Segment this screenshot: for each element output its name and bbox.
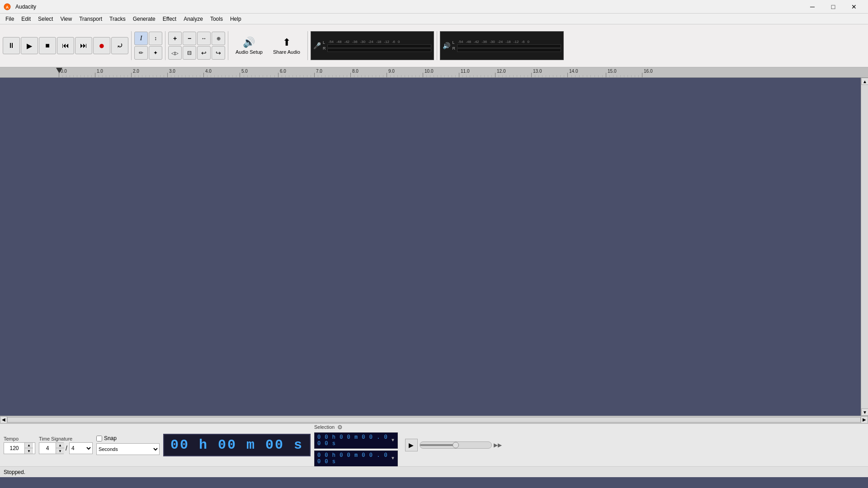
scroll-right-arrow[interactable]: ▶ — [861, 416, 868, 423]
bottom-controls: Tempo ▲ ▼ Time Signature ▲ — [0, 423, 868, 466]
close-button[interactable]: ✕ — [844, 0, 864, 14]
tempo-spinner[interactable]: ▲ ▼ — [4, 442, 35, 454]
ruler-tick-minor — [307, 75, 307, 77]
ruler-tick-minor — [583, 75, 583, 77]
ruler-tick-minor — [419, 75, 420, 77]
selection-gear-icon[interactable]: ⚙ — [337, 424, 343, 431]
menu-analyze[interactable]: Analyze — [180, 14, 207, 24]
timesig-denominator[interactable]: 4 8 16 — [69, 442, 93, 454]
menu-transport[interactable]: Transport — [75, 14, 106, 24]
share-audio-button[interactable]: ⬆ Share Audio — [269, 35, 305, 56]
ruler-tick-minor — [263, 75, 263, 77]
ruler-tick-minor — [296, 75, 297, 77]
speed-slider-track — [420, 441, 492, 449]
snap-label[interactable]: Snap — [104, 435, 117, 441]
timesig-num-down[interactable]: ▼ — [56, 448, 64, 454]
scroll-down-arrow[interactable]: ▼ — [861, 408, 868, 416]
zoom-out-button[interactable]: − — [183, 32, 196, 45]
selection-start-arrow[interactable]: ▼ — [392, 438, 395, 443]
maximize-button[interactable]: □ — [823, 0, 844, 14]
ruler-tick-minor — [617, 75, 617, 77]
ruler-tick-minor — [408, 75, 409, 77]
ruler-tick-minor — [470, 75, 470, 77]
scroll-left-arrow[interactable]: ◀ — [0, 416, 7, 423]
envelope-tool-button[interactable]: ↕ — [149, 32, 162, 45]
ruler-tick-minor — [587, 75, 587, 77]
menu-effect[interactable]: Effect — [159, 14, 180, 24]
ruler-tick-minor — [502, 75, 503, 77]
ruler-tick-minor — [579, 75, 580, 77]
ruler-label: 7.0 — [316, 69, 322, 74]
ruler-tick-minor — [218, 75, 218, 77]
zoom-in-button[interactable]: + — [168, 32, 182, 45]
pause-button[interactable]: ⏸ — [3, 37, 20, 54]
menu-edit[interactable]: Edit — [18, 14, 34, 24]
ruler-tick-major — [531, 73, 532, 77]
multi-tool-button[interactable]: ✦ — [149, 46, 162, 60]
tempo-group: Tempo ▲ ▼ — [4, 436, 35, 454]
ruler-tick-minor — [347, 75, 347, 77]
ruler-tick-major — [314, 73, 315, 77]
tempo-up[interactable]: ▲ — [25, 443, 33, 448]
zoom-sel-button[interactable]: ⊕ — [212, 32, 225, 45]
menu-tools[interactable]: Tools — [207, 14, 226, 24]
titlebar: A Audacity ─ □ ✕ — [0, 0, 868, 14]
scroll-up-arrow[interactable]: ▲ — [861, 78, 868, 85]
track-area[interactable] — [0, 78, 861, 416]
ruler-tick-minor — [598, 75, 599, 77]
zoom-fit-button[interactable]: ↔ — [197, 32, 211, 45]
speed-slider-thumb[interactable] — [453, 442, 459, 448]
selection-end-arrow[interactable]: ▼ — [392, 456, 395, 461]
select-tool-button[interactable]: I — [134, 32, 148, 45]
ruler-tick-minor — [394, 75, 394, 77]
ruler-tick-minor — [553, 75, 553, 77]
redo-button[interactable]: ↪ — [212, 46, 225, 60]
ruler-tick-minor — [609, 75, 610, 77]
ruler-tick-minor — [274, 75, 275, 77]
ruler-tick-minor — [602, 75, 603, 77]
output-vu-meter: 🔊 LR -54-48-42-36-30-24-18-12-60 — [440, 31, 564, 60]
trim-button[interactable]: ◁▷ — [168, 46, 182, 60]
ruler-tick-minor — [117, 75, 117, 77]
ruler-tick-minor — [368, 75, 369, 77]
stop-button[interactable]: ■ — [39, 37, 56, 54]
timesig-num-up[interactable]: ▲ — [56, 443, 64, 448]
menu-help[interactable]: Help — [226, 14, 245, 24]
play-speed-button[interactable]: ▶ — [405, 439, 418, 451]
ruler-tick-minor — [135, 75, 135, 77]
snap-unit-dropdown[interactable]: Seconds Milliseconds Samples Beats Bars — [96, 443, 160, 455]
timesig-numerator[interactable] — [39, 443, 56, 454]
menu-select[interactable]: Select — [34, 14, 57, 24]
ruler-tick-minor — [520, 75, 521, 77]
minimize-button[interactable]: ─ — [802, 0, 823, 14]
ruler-tick-minor — [481, 75, 481, 77]
menu-tracks[interactable]: Tracks — [106, 14, 129, 24]
record-button[interactable]: ● — [93, 37, 110, 54]
audio-setup-button[interactable]: 🔊 Audio Setup — [231, 35, 267, 56]
playhead[interactable] — [56, 68, 62, 73]
menu-file[interactable]: File — [2, 14, 18, 24]
draw-tool-button[interactable]: ✏ — [134, 46, 148, 60]
ruler-tick-minor — [236, 75, 236, 77]
ruler-tick-minor — [466, 75, 467, 77]
tempo-down[interactable]: ▼ — [25, 448, 33, 454]
silence-button[interactable]: ⊟ — [183, 46, 196, 60]
output-lr-labels: LR — [452, 40, 455, 51]
selection-start-display: 0 0 h 0 0 m 0 0 . 0 0 0 s ▼ — [314, 432, 398, 449]
ruler-tick-minor — [325, 75, 326, 77]
skip-back-button[interactable]: ⏮ — [57, 37, 74, 54]
snap-checkbox[interactable] — [96, 436, 102, 441]
loop-button[interactable]: ⤾ — [111, 37, 128, 54]
skip-forward-button[interactable]: ⏭ — [75, 37, 92, 54]
tempo-input[interactable] — [4, 443, 24, 454]
menu-view[interactable]: View — [57, 14, 75, 24]
v-scrollbar[interactable]: ▲ ▼ — [861, 78, 868, 416]
undo-button[interactable]: ↩ — [197, 46, 211, 60]
ruler-tick-minor — [412, 75, 412, 77]
ruler-label: 8.0 — [352, 69, 359, 74]
ruler-tick-minor — [434, 75, 434, 77]
ruler-label: 10.0 — [425, 69, 433, 74]
play-button[interactable]: ▶ — [21, 37, 38, 54]
menu-generate[interactable]: Generate — [129, 14, 159, 24]
ruler-tick-minor — [506, 75, 506, 77]
